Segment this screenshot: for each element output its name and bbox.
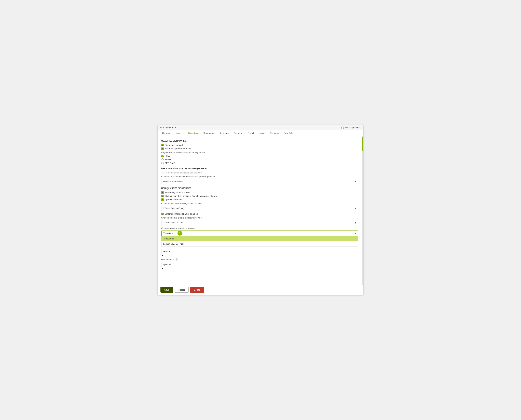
zertes-radio-row: ZertEs (161, 158, 358, 161)
protocol-option-xitrust[interactable]: XiTrust Seal (A-Trust) (162, 241, 358, 247)
view-all-properties-checkbox[interactable] (342, 127, 344, 129)
advanced-provider-select[interactable]: swisscom-fes-zertes (161, 179, 358, 184)
eidas-radio-row: eIDAS (161, 155, 358, 157)
tab-hooks[interactable]: Hooks (256, 130, 268, 136)
optional-select-wrapper: optional ▼ (161, 262, 358, 270)
external-signature-enabled-row: External signature enabled (161, 147, 358, 150)
external-simple-provider-wrapper: XiTrust Seal (A-Trust) ▼ (161, 220, 358, 225)
fes-zertes-label: FES ZertEs (165, 162, 176, 164)
tab-signature[interactable]: Signature (186, 130, 201, 136)
qualified-signatures-title: QUALIFIED SIGNATURES: (161, 140, 358, 142)
personal-advanced-checkbox-row: Personal advanced signature enabled (161, 172, 358, 174)
eidas-label: eIDAS (165, 155, 171, 157)
tab-documents[interactable]: Documents (201, 130, 217, 136)
optional-select[interactable]: optional (161, 262, 358, 267)
protocol-dropdown-chevron-icon: ▼ (354, 232, 356, 234)
internal-simple-provider-wrapper: XiTrust Seal (A-Trust) ▼ (161, 206, 358, 211)
tab-branding[interactable]: Branding (231, 130, 245, 136)
personal-advanced-checkbox[interactable] (161, 172, 164, 174)
tab-common[interactable]: Common (160, 130, 174, 136)
external-signature-enabled-label: External signature enabled (165, 147, 191, 150)
tab-formfields[interactable]: Formfields (281, 130, 297, 136)
reject-button[interactable]: Reject (175, 287, 189, 292)
scrollbar[interactable] (362, 136, 363, 285)
approval-enabled-row: Approval enabled (161, 198, 358, 201)
save-button[interactable]: Save (160, 287, 173, 292)
simple-sig-enabled-checkbox[interactable] (161, 191, 164, 194)
internal-simple-provider-label: Choose internal simple signature provide… (161, 202, 358, 205)
required-chevron-icon: ▼ (161, 254, 164, 256)
title-bar: Sign document(s) View all properties (158, 125, 363, 130)
signature-enabled-checkbox[interactable] (161, 144, 164, 146)
signature-enabled-label: Signature enabled (165, 144, 183, 146)
tab-iterations[interactable]: Iterations (217, 130, 231, 136)
protocol-provider-label: Choose protocol signature provider (161, 227, 358, 230)
simple-sig-enabled-label: Simple signature enabled (165, 191, 190, 194)
fes-zertes-radio-row: FES ZertEs (161, 162, 358, 164)
geo-location-text: Geo Location (161, 258, 174, 261)
approval-enabled-label: Approval enabled (165, 198, 182, 201)
window-title: Sign document(s) (160, 126, 177, 129)
geo-location-label-container: Geo Location i (161, 258, 358, 261)
non-qualified-title: NON-QUALIFIED SIGNATURES: (161, 187, 358, 189)
view-all-properties-container: View all properties (342, 127, 361, 129)
badge-number-1: 1 (178, 231, 182, 236)
view-all-properties-label: View all properties (344, 127, 361, 129)
tab-bar: Common Access Signature Documents Iterat… (158, 130, 363, 136)
main-window: Sign document(s) View all properties Com… (158, 125, 363, 295)
signature-enabled-row: Signature enabled (161, 144, 358, 146)
optional-chevron-icon: ▼ (161, 267, 164, 270)
required-select[interactable]: required (161, 249, 358, 254)
external-simple-provider-select[interactable]: XiTrust Seal (A-Trust) (161, 220, 358, 225)
fes-zertes-radio[interactable] (161, 162, 164, 164)
delete-button[interactable]: Delete (190, 287, 204, 292)
protocol-provider-open-dropdown[interactable]: Timestamp ▼ (161, 231, 358, 236)
geo-location-info-icon: i (175, 258, 178, 261)
required-select-wrapper: required ▼ (161, 249, 358, 256)
advanced-provider-label: Choose internal advanced swisscom signat… (161, 175, 358, 178)
external-simple-provider-label: Choose external simple signature provide… (161, 217, 358, 219)
tab-remarks[interactable]: Remarks (268, 130, 281, 136)
content-area: QUALIFIED SIGNATURES: Signature enabled … (158, 136, 363, 285)
main-content: QUALIFIED SIGNATURES: Signature enabled … (158, 136, 362, 285)
scrollbar-track (362, 136, 363, 285)
external-simple-sig-checkbox[interactable] (161, 213, 164, 215)
protocol-dropdown-options: Timestamp XiTrust Seal (A-Trust) (161, 236, 358, 247)
tab-access[interactable]: Access (174, 130, 186, 136)
multiple-sig-checkbox[interactable] (161, 195, 164, 197)
eidas-radio[interactable] (161, 155, 164, 157)
personal-advanced-title: PERSONAL ADVANCED SIGNATURE (ZERTES): (161, 167, 358, 170)
internal-simple-provider-select[interactable]: XiTrust Seal (A-Trust) (161, 206, 358, 211)
personal-advanced-label: Personal advanced signature enabled (165, 172, 202, 174)
approval-enabled-checkbox[interactable] (161, 198, 164, 201)
multiple-sig-row: Multiple signature positions (simple sig… (161, 195, 358, 197)
protocol-provider-container: Timestamp ▼ 1 Timestamp XiTrust Seal (A-… (161, 231, 358, 247)
external-simple-sig-label: External simple signature enabled (165, 213, 198, 215)
advanced-provider-dropdown-wrapper: swisscom-fes-zertes ▼ (161, 179, 358, 184)
legal-basis-label: Legal basis for qualified/advanced signa… (161, 151, 358, 154)
multiple-sig-label: Multiple signature positions (simple sig… (165, 195, 217, 197)
external-simple-sig-row: External simple signature enabled (161, 213, 358, 215)
zertes-radio[interactable] (161, 158, 164, 161)
protocol-provider-value: Timestamp (163, 232, 174, 234)
footer: Save Reject Delete (158, 285, 363, 295)
zertes-label: ZertEs (165, 158, 171, 161)
required-section: required ▼ (161, 249, 358, 256)
simple-sig-enabled-row: Simple signature enabled (161, 191, 358, 194)
scrollbar-thumb[interactable] (362, 137, 363, 151)
protocol-option-timestamp[interactable]: Timestamp (162, 236, 358, 241)
tab-email[interactable]: E-mail (245, 130, 256, 136)
external-signature-enabled-checkbox[interactable] (161, 148, 164, 150)
